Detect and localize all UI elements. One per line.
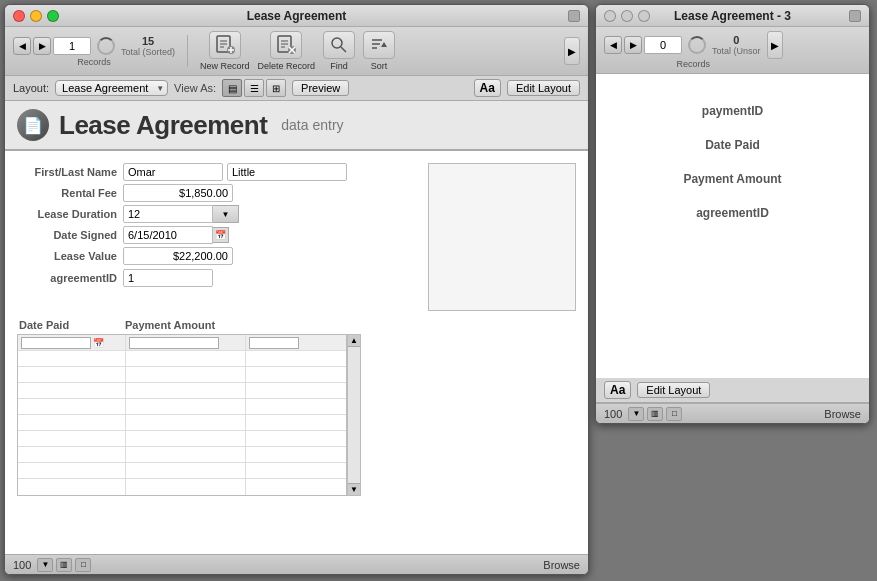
zoom-in-button[interactable]: □ [75,558,91,572]
zoom-chart-button[interactable]: ▥ [56,558,72,572]
date-signed-input[interactable] [123,226,213,244]
portal-table-wrapper: 📅 [17,334,576,496]
table-row [18,399,346,415]
date-paid-header: Date Paid [19,319,119,331]
total-label: Total (Sorted) [121,47,175,57]
table-row [18,351,346,367]
sec-toolbar-more-button[interactable]: ▶ [767,31,783,59]
close-button[interactable] [13,10,25,22]
find-button[interactable]: Find [323,31,355,71]
sort-icon [363,31,395,59]
sec-edit-layout-button[interactable]: Edit Layout [637,382,710,398]
agreement-id-row: agreementID [17,269,410,287]
first-last-label: First/Last Name [17,166,117,178]
first-name-input[interactable] [123,163,223,181]
sort-button[interactable]: Sort [363,31,395,71]
layout-bar: Layout: Lease Agreement ▼ View As: ▤ ☰ ⊞… [5,76,588,101]
window-title: Lease Agreement [247,9,347,23]
minimize-button[interactable] [30,10,42,22]
sec-maximize-button[interactable] [638,10,650,22]
scroll-track [348,347,360,483]
portal-section: Date Paid Payment Amount 📅 [17,319,576,542]
nav-forward-button[interactable]: ▶ [33,37,51,55]
portal-extra-field[interactable] [249,337,299,349]
new-record-icon [209,31,241,59]
record-number-input[interactable] [53,37,91,55]
records-label: Records [77,57,111,67]
lease-value-input[interactable] [123,247,233,265]
lease-duration-input[interactable] [123,205,213,223]
maximize-button[interactable] [47,10,59,22]
secondary-window: Lease Agreement - 3 ◀ ▶ 0 Total (Unsor ▶… [595,4,870,424]
aa-button[interactable]: Aa [474,79,501,97]
table-row [18,479,346,495]
sec-content: paymentID Date Paid Payment Amount agree… [596,74,869,378]
agreement-id-input[interactable] [123,269,213,287]
toolbar-more-button[interactable]: ▶ [564,37,580,65]
sec-nav-back-button[interactable]: ◀ [604,36,622,54]
preview-button[interactable]: Preview [292,80,349,96]
loading-indicator [97,37,115,55]
sec-record-number-input[interactable] [644,36,682,54]
table-row [18,383,346,399]
sec-nav-forward-button[interactable]: ▶ [624,36,642,54]
last-name-input[interactable] [227,163,347,181]
lease-duration-label: Lease Duration [17,208,117,220]
sec-toolbar: ◀ ▶ 0 Total (Unsor ▶ Records [596,27,869,74]
browse-mode-label: Browse [543,559,580,571]
payment-amount-input[interactable] [129,337,219,349]
form-header-icon: 📄 [17,109,49,141]
rental-fee-row: Rental Fee [17,184,410,202]
main-status-bar: 100 ▼ ▥ □ Browse [5,554,588,574]
portal-date-input[interactable]: 📅 [18,335,126,350]
table-row [18,447,346,463]
window-resize-btn[interactable] [568,10,580,22]
sec-aa-button[interactable]: Aa [604,381,631,399]
new-record-button[interactable]: New Record [200,31,250,71]
form-body: First/Last Name Rental Fee Lease Duratio… [5,151,588,554]
portal-amount-input[interactable] [126,335,246,350]
sec-minimize-button[interactable] [621,10,633,22]
view-table-button[interactable]: ⊞ [266,79,286,97]
sec-zoom-out-button[interactable]: ▼ [628,407,644,421]
sec-field-paymentid: paymentID [702,104,763,118]
scroll-down-button[interactable]: ▼ [348,483,360,495]
sec-total-label: Total (Unsor [712,46,761,56]
traffic-lights [13,10,59,22]
portal-extra-input[interactable] [246,335,306,350]
layout-select[interactable]: Lease Agreement [55,80,168,96]
sec-resize-btn[interactable] [849,10,861,22]
table-row [18,415,346,431]
sec-browse-mode-label: Browse [824,408,861,420]
sec-close-button[interactable] [604,10,616,22]
svg-line-15 [341,47,346,52]
total-count: 15 [142,35,154,47]
sec-status-bar: 100 ▼ ▥ □ Browse [596,403,869,423]
zoom-level: 100 [13,559,31,571]
view-list-button[interactable]: ☰ [244,79,264,97]
nav-back-button[interactable]: ◀ [13,37,31,55]
duration-dropdown-button[interactable]: ▼ [213,205,239,223]
delete-record-button[interactable]: Delete Record [258,31,316,71]
rental-fee-input[interactable] [123,184,233,202]
main-title-bar: Lease Agreement [5,5,588,27]
toolbar-separator-1 [187,35,188,67]
portal-headers: Date Paid Payment Amount [17,319,576,334]
form-header-subtitle: data entry [281,117,343,133]
lease-value-label: Lease Value [17,250,117,262]
sec-zoom-in-button[interactable]: □ [666,407,682,421]
sec-records-nav-group: ◀ ▶ 0 Total (Unsor ▶ Records [604,31,783,69]
date-paid-input[interactable] [21,337,91,349]
date-input-icon: 📅 [93,338,104,348]
find-icon [323,31,355,59]
lease-value-row: Lease Value [17,247,410,265]
portal-input-row[interactable]: 📅 [18,335,346,351]
form-header: 📄 Lease Agreement data entry [5,101,588,151]
layout-select-wrapper: Lease Agreement ▼ [55,80,168,96]
zoom-out-button[interactable]: ▼ [37,558,53,572]
edit-layout-button[interactable]: Edit Layout [507,80,580,96]
date-picker-icon[interactable]: 📅 [213,227,229,243]
view-form-button[interactable]: ▤ [222,79,242,97]
sec-zoom-chart-button[interactable]: ▥ [647,407,663,421]
scroll-up-button[interactable]: ▲ [348,335,360,347]
